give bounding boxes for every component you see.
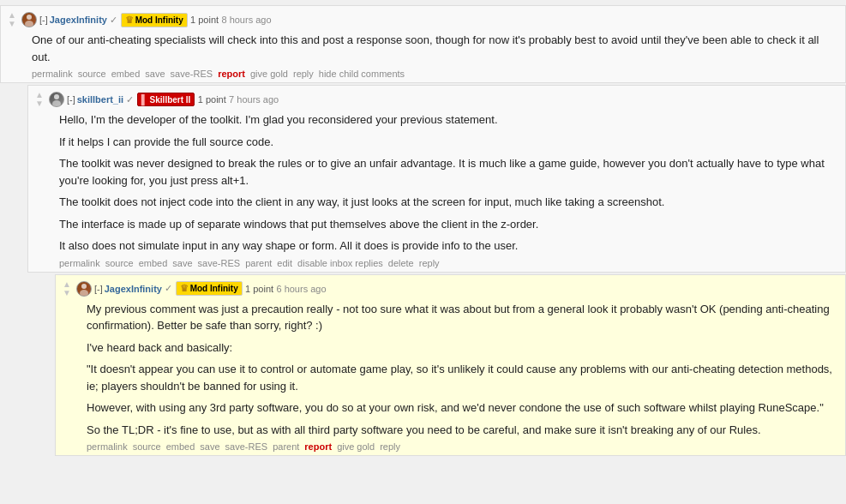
collapse-button[interactable]: [-] xyxy=(39,15,48,25)
action-hide-child-comments[interactable]: hide child comments xyxy=(319,69,405,79)
action-save-jn[interactable]: save xyxy=(200,441,219,452)
downvote-button[interactable]: ▼ xyxy=(8,20,16,28)
vote-column-skillbert[interactable]: ▲ ▼ xyxy=(35,91,44,108)
action-permalink[interactable]: permalink xyxy=(32,69,73,79)
action-edit-s[interactable]: edit xyxy=(277,258,292,268)
verified-icon-jagex-nested: ✓ xyxy=(165,283,172,294)
upvote-button-jagex-nested[interactable]: ▲ xyxy=(63,280,71,289)
action-disable-inbox-s[interactable]: disable inbox replies xyxy=(297,258,383,268)
collapse-button-skillbert[interactable]: [-] xyxy=(67,94,75,105)
action-reply-jn[interactable]: reply xyxy=(380,441,400,452)
avatar-jagex-nested xyxy=(76,281,92,297)
vote-column-jagex-nested[interactable]: ▲ ▼ xyxy=(63,280,71,297)
action-bar-skillbert: permalink source embed save save-RES par… xyxy=(59,258,838,268)
comment-text-skillbert: Hello, I'm the developer of the toolkit.… xyxy=(59,111,838,255)
comment-header-skillbert: ▲ ▼ [-] skillbert_ii ✓ ▌ Skillbert II 1 … xyxy=(35,91,838,108)
skillbert-p4: The interface is made up of separate win… xyxy=(59,216,838,233)
points-jagex-top: 1 point xyxy=(190,15,219,25)
timestamp-jagex-top: 8 hours ago xyxy=(221,15,271,25)
action-embed-s[interactable]: embed xyxy=(139,258,168,268)
comment-body-jagex-nested: My previous comment was just a precautio… xyxy=(87,301,838,453)
comment-jagex-nested: ▲ ▼ [-] JagexInfinity ✓ ♛ Mod Infinity 1… xyxy=(55,274,846,457)
timestamp-jagex-nested: 6 hours ago xyxy=(276,284,326,294)
username-skillbert[interactable]: skillbert_ii xyxy=(77,94,123,105)
comment-skillbert: ▲ ▼ [-] skillbert_ii ✓ ▌ Skillbert II 1 … xyxy=(27,85,846,273)
skillbert-p2: The toolkit was never designed to break … xyxy=(59,155,838,189)
comment-header-jagex-nested: ▲ ▼ [-] JagexInfinity ✓ ♛ Mod Infinity 1… xyxy=(63,280,838,297)
flair-skillbert: ▌ Skillbert II xyxy=(137,93,195,106)
action-permalink-s[interactable]: permalink xyxy=(59,258,100,268)
skillbert-p5: It also does not simulate input in any w… xyxy=(59,237,838,255)
comment-header: ▲ ▼ [-] JagexInfinity ✓ ♛ Mod Infinity 1… xyxy=(8,11,838,28)
mod-flair-jagex-top: ♛ Mod Infinity xyxy=(121,13,188,27)
skillbert-p3: The toolkit does not inject code into th… xyxy=(59,194,838,211)
jagex-nested-p3: However, with using any 3rd party softwa… xyxy=(87,399,838,417)
jagex-nested-p1: I've heard back and basically: xyxy=(87,339,838,357)
action-source[interactable]: source xyxy=(78,69,106,79)
action-embed[interactable]: embed xyxy=(111,69,141,79)
action-save-res-jn[interactable]: save-RES xyxy=(225,441,268,452)
mod-flair-jagex-nested: ♛ Mod Infinity xyxy=(176,281,243,296)
svg-point-5 xyxy=(80,290,88,296)
action-reply[interactable]: reply xyxy=(293,69,314,79)
action-source-s[interactable]: source xyxy=(105,258,134,268)
svg-point-4 xyxy=(81,284,87,289)
action-permalink-jn[interactable]: permalink xyxy=(87,441,128,452)
points-jagex-nested: 1 point xyxy=(245,284,273,294)
comment-jagex-top: ▲ ▼ [-] JagexInfinity ✓ ♛ Mod Infinity 1… xyxy=(0,5,846,83)
action-reply-s[interactable]: reply xyxy=(419,258,440,268)
action-parent-jn[interactable]: parent xyxy=(273,441,299,452)
action-embed-jn[interactable]: embed xyxy=(166,441,195,452)
comment-text-jagex-nested: My previous comment was just a precautio… xyxy=(87,301,838,439)
comment-body-skillbert: Hello, I'm the developer of the toolkit.… xyxy=(59,111,838,268)
action-save-res-s[interactable]: save-RES xyxy=(198,258,241,268)
comment-text-jagex-top: One of our anti-cheating specialists wil… xyxy=(32,32,838,65)
action-give-gold-jn[interactable]: give gold xyxy=(337,441,375,452)
svg-point-2 xyxy=(54,94,59,99)
action-source-jn[interactable]: source xyxy=(133,441,161,452)
action-save-res[interactable]: save-RES xyxy=(171,69,213,79)
username-jagex-top[interactable]: JagexInfinity xyxy=(50,15,107,25)
points-skillbert: 1 point xyxy=(198,94,226,105)
svg-point-1 xyxy=(25,21,33,27)
svg-point-0 xyxy=(27,15,32,20)
crown-icon-nested: ♛ xyxy=(180,283,189,294)
action-save[interactable]: save xyxy=(145,69,165,79)
action-give-gold[interactable]: give gold xyxy=(250,69,288,79)
avatar-skillbert xyxy=(49,92,64,107)
action-report[interactable]: report xyxy=(218,69,245,79)
skillbert-p0: Hello, I'm the developer of the toolkit.… xyxy=(59,111,838,129)
timestamp-skillbert: 7 hours ago xyxy=(229,94,279,105)
action-save-s[interactable]: save xyxy=(172,258,192,268)
jagex-nested-p2: "It doesn't appear you can use it to con… xyxy=(87,361,838,394)
action-report-jn[interactable]: report xyxy=(304,441,332,452)
comment-paragraph-0: One of our anti-cheating specialists wil… xyxy=(32,32,838,65)
action-parent-s[interactable]: parent xyxy=(245,258,272,268)
crown-icon: ♛ xyxy=(125,15,134,26)
comment-thread: ▲ ▼ [-] JagexInfinity ✓ ♛ Mod Infinity 1… xyxy=(0,0,846,461)
vote-column[interactable]: ▲ ▼ xyxy=(8,11,16,28)
skillbert-flair-icon: ▌ xyxy=(141,94,148,105)
verified-icon-skillbert: ✓ xyxy=(126,94,134,105)
comment-body-jagex-top: One of our anti-cheating specialists wil… xyxy=(32,32,838,79)
downvote-button-skillbert[interactable]: ▼ xyxy=(35,99,44,108)
action-delete-s[interactable]: delete xyxy=(388,258,414,268)
username-jagex-nested[interactable]: JagexInfinity xyxy=(105,284,162,294)
jagex-nested-p0: My previous comment was just a precautio… xyxy=(87,301,838,334)
jagex-nested-p4: So the TL;DR - it's fine to use, but as … xyxy=(87,422,838,439)
collapse-button-jagex-nested[interactable]: [-] xyxy=(94,284,103,294)
verified-icon: ✓ xyxy=(110,15,117,26)
skillbert-p1: If it helps I can provide the full sourc… xyxy=(59,134,838,151)
avatar xyxy=(21,12,37,27)
downvote-button-jagex-nested[interactable]: ▼ xyxy=(63,289,71,297)
svg-point-3 xyxy=(52,100,61,106)
action-bar-jagex-nested: permalink source embed save save-RES par… xyxy=(87,441,838,452)
action-bar-jagex-top: permalink source embed save save-RES rep… xyxy=(32,69,838,79)
